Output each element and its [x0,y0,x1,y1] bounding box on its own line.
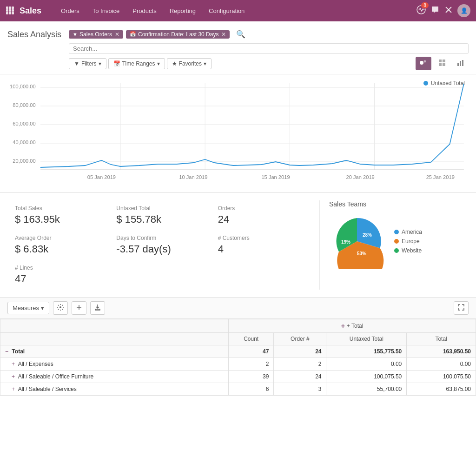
svg-text:10 Jan 2019: 10 Jan 2019 [179,174,207,180]
col-order: Order # [274,333,326,345]
pie-chart: 28% 53% 19% [329,213,385,269]
time-ranges-chevron: ▾ [157,60,160,67]
services-count: 6 [229,383,274,396]
svg-text:60,000.00: 60,000.00 [13,121,35,126]
stat-total-sales: Total Sales $ 163.95k [7,200,109,230]
search-toggle-icon[interactable]: 🔍 [232,28,249,40]
favorites-button[interactable]: ★ Favorites ▾ [167,58,212,69]
stat-untaxed-total: Untaxed Total $ 155.78k [109,200,210,230]
stat-customers: # Customers 4 [211,230,312,260]
activity-badge: 8 [421,2,429,8]
europe-dot [394,239,399,244]
add-row-icon-button[interactable] [72,301,86,315]
star-icon: ★ [172,60,177,67]
svg-text:28%: 28% [363,232,372,238]
menu-configuration[interactable]: Configuration [202,0,251,21]
view-pivot-button[interactable] [434,57,450,70]
svg-text:80,000.00: 80,000.00 [13,102,35,108]
table-row-total: − Total 47 24 155,775.50 163,950.50 [0,345,476,358]
time-ranges-button[interactable]: 📅 Time Ranges ▾ [108,58,165,69]
row-label-expenses: + All / Expenses [0,358,229,371]
svg-rect-7 [9,12,11,14]
filter-tag-close[interactable]: ✕ [115,31,119,38]
view-graph-button[interactable] [416,57,431,70]
filter-tag-date[interactable]: 📅 Confirmation Date: Last 30 Days ✕ [126,30,230,39]
stat-avg-order: Average Order $ 6.83k [7,230,109,260]
stats-right: Sales Teams 28% 53% 19% [320,200,469,290]
row-label-total: − Total [0,345,229,358]
menu-orders[interactable]: Orders [54,0,86,21]
services-row-label: All / Saleable / Services [18,386,77,392]
legend-website: Website [394,247,422,254]
days-confirm-label: Days to Confirm [116,235,203,241]
menu-products[interactable]: Products [126,0,163,21]
pie-svg: 28% 53% 19% [329,213,385,269]
furniture-total: 100,075.50 [407,371,476,383]
main-menu: Orders To Invoice Products Reporting Con… [54,0,251,21]
orders-label: Orders [218,205,304,212]
filter-funnel-icon: ▼ [74,60,79,67]
row-label-office-furniture: + All / Saleable / Office Furniture [0,371,229,383]
filter-tag-sales-orders[interactable]: ▼ Sales Orders ✕ [69,30,123,39]
expenses-order: 2 [274,358,326,371]
page-title: Sales Analysis [7,30,61,40]
untaxed-total-value: $ 155.78k [116,213,203,225]
activity-icon[interactable]: 8 [416,5,426,16]
svg-rect-4 [9,9,11,12]
filter-tag-date-close[interactable]: ✕ [221,31,226,38]
svg-text:15 Jan 2019: 15 Jan 2019 [261,174,290,180]
app-logo[interactable]: Sales [20,6,41,16]
america-dot [394,230,399,234]
expenses-row-label: All / Expenses [18,361,53,367]
search-input[interactable] [73,45,464,52]
expand-furniture-icon[interactable]: + [12,373,15,380]
svg-rect-0 [6,7,8,9]
close-icon[interactable] [444,6,453,16]
svg-rect-8 [12,12,14,14]
filters-button[interactable]: ▼ Filters ▾ [69,58,106,69]
avg-order-label: Average Order [15,235,101,241]
favorites-chevron: ▾ [204,60,206,67]
expand-expenses-icon[interactable]: + [12,361,15,367]
collapse-total-icon[interactable]: − [5,348,8,355]
days-confirm-value: -3.57 day(s) [116,243,203,255]
expenses-untaxed: 0.00 [326,358,407,371]
legend-america: America [394,229,422,235]
svg-point-12 [420,61,423,65]
expand-icon-button[interactable] [454,301,469,315]
total-total: 163,950.50 [407,345,476,358]
chart-area: Untaxed Total 100,000.00 80,000.00 60,00… [0,74,476,193]
measures-label: Measures [13,305,39,311]
grid-icon[interactable] [6,6,14,16]
view-bar-button[interactable] [453,57,469,70]
col-count: Count [229,333,274,345]
chat-icon[interactable] [430,5,440,16]
expenses-total: 0.00 [407,358,476,371]
filters-chevron: ▾ [99,60,101,67]
lines-value: 47 [15,273,101,285]
calendar-icon: 📅 [113,60,120,67]
furniture-row-label: All / Saleable / Office Furniture [18,373,94,380]
row-label-services: + All / Saleable / Services [0,383,229,396]
avatar[interactable]: 👤 [457,4,470,17]
svg-rect-15 [443,60,445,62]
download-icon-button[interactable] [90,301,105,315]
customers-label: # Customers [218,235,304,241]
total-count: 47 [229,345,274,358]
svg-rect-14 [439,60,442,62]
expand-services-icon[interactable]: + [12,386,15,392]
measures-button[interactable]: Measures ▾ [7,302,49,314]
expand-total-icon[interactable]: + [341,322,345,330]
svg-rect-16 [439,63,442,66]
stat-lines: # Lines 47 [7,260,109,290]
svg-text:40,000.00: 40,000.00 [13,139,35,145]
untaxed-total-label: Untaxed Total [116,205,203,212]
settings-icon-button[interactable] [53,301,68,315]
col-row-label [0,333,229,345]
menu-to-invoice[interactable]: To Invoice [86,0,126,21]
measures-chevron: ▾ [41,305,44,311]
menu-reporting[interactable]: Reporting [163,0,202,21]
favorites-label: Favorites [179,60,202,67]
svg-text:25 Jan 2019: 25 Jan 2019 [426,174,455,180]
svg-point-13 [424,60,426,63]
